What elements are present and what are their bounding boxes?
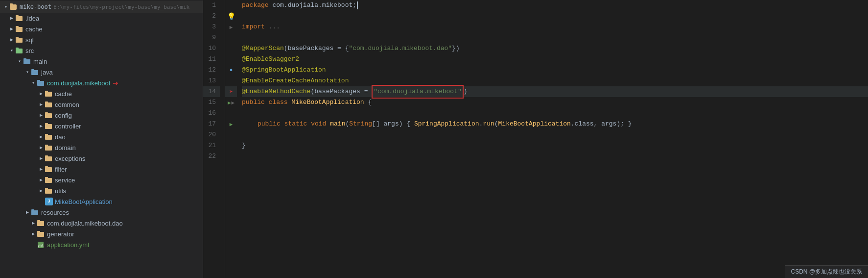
- gutter-14: ➤: [225, 86, 237, 97]
- sidebar-item-config[interactable]: ▶ config: [0, 110, 203, 121]
- svg-rect-3: [16, 15, 19, 17]
- sidebar-item-mikebootapp[interactable]: ▶ J MikeBootApplication: [0, 196, 203, 207]
- sidebar-item-main[interactable]: ▾ main: [0, 56, 203, 67]
- annotation-createcache: @EnableCreateCacheAnnotation: [242, 76, 349, 86]
- sidebar-item-dao[interactable]: ▶ dao: [0, 131, 203, 142]
- method-run: run: [483, 119, 494, 129]
- sidebar-item-domain[interactable]: ▶ domain: [0, 142, 203, 153]
- sidebar-item-appyml[interactable]: ▶ yml application.yml: [0, 239, 203, 250]
- svg-rect-21: [45, 112, 48, 114]
- service-arrow: ▶: [37, 177, 45, 183]
- kw-import: import: [242, 22, 269, 32]
- appyml-label: application.yml: [47, 241, 89, 249]
- app-spacer: ▶: [37, 199, 45, 204]
- bulb-icon[interactable]: 💡: [227, 12, 235, 21]
- sidebar-item-java[interactable]: ▾ java: [0, 67, 203, 77]
- svg-rect-34: [45, 189, 52, 194]
- ln-21: 21: [203, 140, 220, 151]
- sidebar-item-filter[interactable]: ▶ filter: [0, 164, 203, 175]
- svg-rect-2: [16, 16, 23, 21]
- resources-label: resources: [41, 209, 69, 216]
- collapse-icon[interactable]: ▶: [230, 24, 233, 30]
- ln-1: 1: [203, 0, 220, 11]
- src-label: src: [25, 47, 34, 54]
- sidebar-item-common[interactable]: ▶ common: [0, 99, 203, 110]
- gutter-12: ●: [225, 65, 237, 76]
- sidebar-item-exceptions[interactable]: ▶ exceptions: [0, 153, 203, 164]
- gutter-21: [225, 140, 237, 151]
- generator-label: generator: [47, 230, 74, 238]
- run-icon-15[interactable]: ▶: [228, 100, 231, 106]
- svg-rect-1: [10, 3, 13, 5]
- svg-rect-11: [23, 58, 26, 60]
- svg-rect-19: [45, 101, 48, 103]
- svg-rect-40: [37, 232, 44, 237]
- run-args: (: [494, 119, 498, 129]
- pkg-arrow: ▾: [29, 80, 37, 86]
- gutter: 💡 ▶ ● ➤ ▶ ▶ ▶: [225, 0, 237, 278]
- code-lines[interactable]: package com.duojiala.mikeboot; import ..…: [237, 0, 868, 278]
- main-label: main: [33, 58, 47, 65]
- ln-15: 15: [203, 97, 220, 108]
- collapse-icon-15[interactable]: ▶: [232, 100, 235, 106]
- main-arrow: ▾: [16, 58, 23, 64]
- service-label: service: [55, 177, 75, 184]
- class-ref: .class, args); }: [571, 119, 632, 129]
- sidebar-item-package[interactable]: ▾ com.duojiala.mikeboot: [0, 77, 203, 88]
- gutter-20: [225, 129, 237, 140]
- code-line-2: [242, 11, 868, 22]
- generator-arrow: ▶: [29, 231, 37, 237]
- code-line-11: @EnableSwagger2: [242, 54, 868, 65]
- sidebar-item-cache[interactable]: ▶ cache: [0, 24, 203, 34]
- line-numbers: 1 2 3 9 10 11 12 13 14 15 16 17 20 21 22: [203, 0, 225, 278]
- run-icon-17[interactable]: ▶: [230, 121, 233, 127]
- sidebar-item-idea[interactable]: ▶ .idea: [0, 13, 203, 24]
- gutter-9: [225, 32, 237, 43]
- file-tree[interactable]: ▾ mike-boot E:\my-files\my-project\my-ba…: [0, 0, 203, 278]
- sidebar-item-dao-pkg[interactable]: ▶ com.duojiala.mikeboot.dao: [0, 218, 203, 228]
- resources-arrow: ▶: [23, 209, 31, 215]
- sidebar-item-sql[interactable]: ▶ sql: [0, 34, 203, 45]
- code-line-15: public class MikeBootApplication {: [242, 97, 868, 108]
- svg-rect-5: [16, 26, 19, 27]
- gutter-1: [225, 0, 237, 11]
- gutter-3: ▶: [225, 22, 237, 32]
- ln-16: 16: [203, 108, 220, 119]
- svg-rect-16: [45, 92, 52, 97]
- domain-arrow: ▶: [37, 145, 45, 151]
- ln-14: 14: [203, 86, 220, 97]
- code-line-12: @SpringBootApplication: [242, 65, 868, 76]
- classname: MikeBootApplication: [291, 97, 364, 108]
- sidebar-item-utils[interactable]: ▶ utils: [0, 185, 203, 196]
- idea-label: .idea: [25, 15, 39, 22]
- gutter-16: [225, 108, 237, 119]
- sidebar-item-generator[interactable]: ▶ generator: [0, 228, 203, 239]
- svg-rect-24: [45, 135, 52, 140]
- svg-rect-14: [37, 81, 44, 86]
- pkg-name: com.duojiala.mikeboot;: [272, 0, 356, 11]
- svg-rect-7: [16, 37, 19, 38]
- sidebar-item-service[interactable]: ▶ service: [0, 175, 203, 185]
- config-arrow: ▶: [37, 112, 45, 118]
- svg-rect-41: [37, 231, 40, 232]
- svg-rect-36: [31, 210, 38, 215]
- domain-label: domain: [55, 144, 76, 152]
- mapperscan-str: "com.duojiala.mikeboot.dao": [349, 43, 452, 54]
- annotation-mapperscan: @MapperScan: [242, 43, 284, 54]
- sidebar-item-resources[interactable]: ▶ resources: [0, 207, 203, 218]
- utils-arrow: ▶: [37, 188, 45, 194]
- sidebar-item-controller[interactable]: ▶ controller: [0, 121, 203, 131]
- java-arrow: ▾: [23, 69, 31, 75]
- bottom-bar: CSDN @多加点辣也没关系: [785, 265, 868, 278]
- code-line-16: [242, 108, 868, 119]
- project-name: mike-boot: [20, 3, 51, 10]
- kw-public2: public: [258, 119, 284, 129]
- methodcache-close: ): [464, 86, 468, 97]
- svg-rect-9: [16, 48, 19, 49]
- sidebar-item-src[interactable]: ▾ src: [0, 45, 203, 56]
- project-root[interactable]: ▾ mike-boot E:\my-files\my-project\my-ba…: [0, 1, 203, 13]
- bookmark-icon: ●: [230, 67, 233, 73]
- code-line-10: @MapperScan(basePackages = {"com.duojial…: [242, 43, 868, 54]
- dot-run: .: [479, 119, 483, 129]
- sidebar-item-cache2[interactable]: ▶ cache: [0, 88, 203, 99]
